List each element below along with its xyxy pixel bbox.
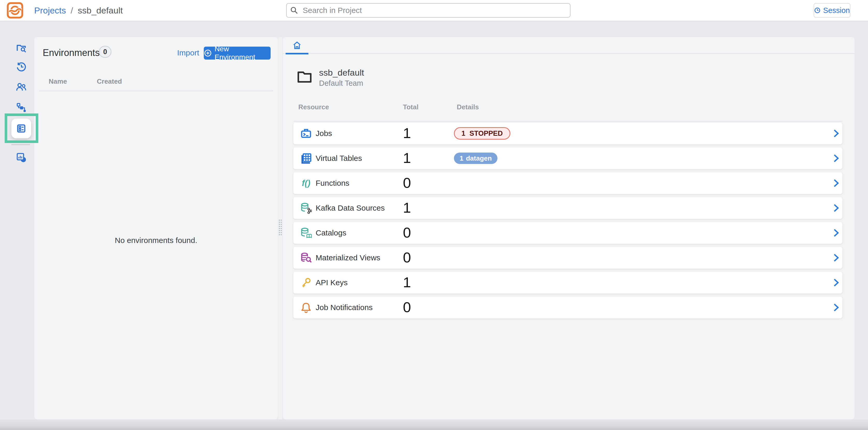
resource-row-kafka-data-sources[interactable]: Kafka Data Sources 1 xyxy=(293,197,842,219)
window-bottom-edge xyxy=(0,419,868,430)
resource-label: Materialized Views xyxy=(316,247,380,269)
ssb-logo[interactable] xyxy=(7,2,23,19)
environments-title: Environments xyxy=(43,48,100,58)
session-button[interactable]: Session xyxy=(814,3,850,18)
session-button-label: Session xyxy=(823,6,850,15)
new-environment-button[interactable]: New Environment xyxy=(204,47,271,60)
chevron-right-icon[interactable] xyxy=(833,204,839,212)
resource-label: Catalogs xyxy=(316,222,346,244)
plus-circle-icon xyxy=(204,49,212,57)
resource-label: Functions xyxy=(316,172,349,194)
resource-label: Jobs xyxy=(316,123,332,144)
breadcrumb: Projects / ssb_default xyxy=(34,0,123,21)
folder-icon xyxy=(297,70,312,84)
status-badge-datagen: 1 datagen xyxy=(454,153,497,164)
column-header-name: Name xyxy=(49,78,67,86)
resource-total: 1 xyxy=(403,147,411,169)
materialized-views-icon xyxy=(300,252,312,264)
chevron-right-icon[interactable] xyxy=(833,303,839,312)
table-divider xyxy=(293,121,842,122)
search-icon xyxy=(290,6,298,14)
column-header-total: Total xyxy=(403,103,418,111)
resource-row-materialized-views[interactable]: Materialized Views 0 xyxy=(293,247,842,269)
sidebar-item-teams[interactable] xyxy=(16,82,26,92)
sidebar-item-monitoring[interactable] xyxy=(16,152,26,163)
active-tab-indicator xyxy=(286,53,308,54)
project-name: ssb_default xyxy=(319,68,364,78)
resource-row-api-keys[interactable]: API Keys 1 xyxy=(293,272,842,294)
api-keys-icon xyxy=(300,277,312,288)
sidebar-item-history[interactable] xyxy=(16,62,26,72)
resource-total: 0 xyxy=(403,297,411,318)
resource-total: 1 xyxy=(403,272,411,294)
project-home-panel: ssb_default Default Team Resource Total … xyxy=(283,37,855,419)
breadcrumb-projects-link[interactable]: Projects xyxy=(34,5,66,16)
sidebar-item-explorer[interactable] xyxy=(16,43,26,53)
column-header-created: Created xyxy=(97,78,122,86)
functions-icon: f() xyxy=(300,178,312,189)
resource-total: 0 xyxy=(403,247,411,269)
tab-home[interactable] xyxy=(286,37,308,54)
resource-row-job-notifications[interactable]: Job Notifications 0 xyxy=(293,297,842,318)
resource-label: API Keys xyxy=(316,272,347,294)
panel-resize-gutter[interactable] xyxy=(278,37,283,419)
left-sidebar xyxy=(0,21,34,419)
resource-label: Kafka Data Sources xyxy=(316,197,385,219)
chevron-right-icon[interactable] xyxy=(833,179,839,188)
tab-bar xyxy=(283,37,855,54)
users-icon xyxy=(16,82,26,92)
history-icon xyxy=(16,62,26,72)
catalogs-icon xyxy=(300,227,312,239)
resource-row-functions[interactable]: f() Functions 0 xyxy=(293,172,842,194)
resource-total: 0 xyxy=(403,222,411,244)
empty-state-message: No environments found. xyxy=(34,236,278,245)
column-header-resource: Resource xyxy=(298,103,329,111)
clock-icon xyxy=(814,6,820,14)
resource-total: 1 xyxy=(403,197,411,219)
resource-label: Job Notifications xyxy=(316,297,373,318)
sidebar-divider xyxy=(11,144,30,145)
status-badge-stopped: 1 STOPPED xyxy=(454,127,510,140)
environments-count-badge: 0 xyxy=(99,46,111,58)
resource-row-jobs[interactable]: Jobs 1 1 STOPPED xyxy=(293,123,842,144)
kafka-data-sources-icon xyxy=(300,202,312,214)
folder-search-icon xyxy=(16,43,26,53)
chevron-right-icon[interactable] xyxy=(833,129,839,138)
jobs-icon xyxy=(300,128,312,139)
job-notifications-icon xyxy=(300,302,312,313)
chevron-right-icon[interactable] xyxy=(833,154,839,163)
top-bar: Projects / ssb_default Session xyxy=(0,0,868,21)
project-search xyxy=(286,3,570,18)
app-screen: Projects / ssb_default Session xyxy=(0,0,868,430)
project-team: Default Team xyxy=(319,79,363,88)
new-environment-label: New Environment xyxy=(214,45,271,61)
flow-icon xyxy=(16,102,26,113)
monitoring-icon xyxy=(16,152,26,163)
drag-handle-icon[interactable] xyxy=(279,220,282,235)
resource-row-virtual-tables[interactable]: Virtual Tables 1 1 datagen xyxy=(293,147,842,169)
breadcrumb-separator: / xyxy=(71,5,73,16)
column-header-details: Details xyxy=(457,103,479,111)
environments-panel: Environments 0 Import New Environment Na… xyxy=(34,37,278,419)
home-icon xyxy=(292,41,302,50)
highlight-annotation-box xyxy=(5,114,38,143)
table-divider xyxy=(39,91,273,91)
resource-total: 1 xyxy=(403,123,411,144)
resource-label: Virtual Tables xyxy=(316,147,362,169)
resource-total: 0 xyxy=(403,172,411,194)
chevron-right-icon[interactable] xyxy=(833,278,839,287)
virtual-tables-icon xyxy=(300,153,312,164)
chevron-right-icon[interactable] xyxy=(833,228,839,237)
breadcrumb-current: ssb_default xyxy=(78,5,123,16)
resource-row-catalogs[interactable]: Catalogs 0 xyxy=(293,222,842,244)
import-link[interactable]: Import xyxy=(177,49,199,57)
search-input[interactable] xyxy=(286,3,570,18)
chevron-right-icon[interactable] xyxy=(833,253,839,262)
sidebar-item-flow[interactable] xyxy=(16,102,26,113)
